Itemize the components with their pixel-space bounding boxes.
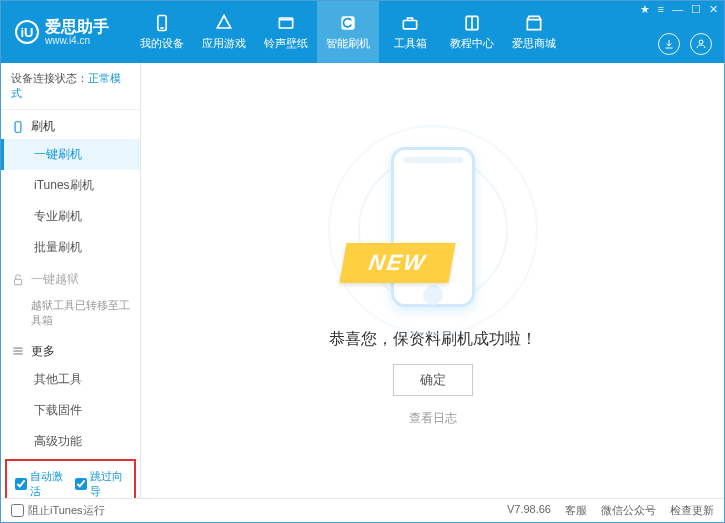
nav-my-device[interactable]: 我的设备 [131,1,193,63]
svg-rect-9 [15,279,22,284]
nav-label: 智能刷机 [326,36,370,51]
skip-guide-checkbox[interactable]: 跳过向导 [75,469,127,498]
sidebar-item-advanced[interactable]: 高级功能 [1,426,140,457]
main-nav: 我的设备 应用游戏 铃声壁纸 智能刷机 工具箱 教程中心 [131,1,565,63]
download-button[interactable] [658,33,680,55]
app-url: www.i4.cn [45,35,109,46]
section-label: 刷机 [31,118,55,135]
sidebar-section-jailbreak[interactable]: 一键越狱 [1,263,140,292]
lock-icon [11,273,25,287]
sidebar-item-batch-flash[interactable]: 批量刷机 [1,232,140,263]
header-right-buttons [658,33,712,55]
sidebar-item-pro-flash[interactable]: 专业刷机 [1,201,140,232]
logo-icon: iU [15,20,39,44]
section-label: 一键越狱 [31,271,79,288]
app-name: 爱思助手 [45,18,109,36]
apps-icon [214,13,234,33]
flash-options: 自动激活 跳过向导 [5,459,136,498]
auto-activate-checkbox[interactable]: 自动激活 [15,469,67,498]
phone-icon [11,120,25,134]
sidebar-item-download-firmware[interactable]: 下载固件 [1,395,140,426]
sidebar-item-itunes-flash[interactable]: iTunes刷机 [1,170,140,201]
close-button[interactable]: ✕ [709,3,718,16]
checkbox-label: 跳过向导 [90,469,127,498]
menu-icon [11,344,25,358]
section-label: 更多 [31,343,55,360]
support-link[interactable]: 客服 [565,503,587,518]
block-itunes-input[interactable] [11,504,24,517]
sidebar-item-oneclick-flash[interactable]: 一键刷机 [1,139,140,170]
window-controls: ★ ≡ — ☐ ✕ [640,3,718,16]
sidebar: 设备连接状态：正常模式 刷机 一键刷机 iTunes刷机 专业刷机 批量刷机 一… [1,63,141,498]
nav-label: 铃声壁纸 [264,36,308,51]
nav-label: 教程中心 [450,36,494,51]
user-button[interactable] [690,33,712,55]
checkbox-label: 阻止iTunes运行 [28,503,105,518]
body: 设备连接状态：正常模式 刷机 一键刷机 iTunes刷机 专业刷机 批量刷机 一… [1,63,724,498]
minimize-button[interactable]: — [672,3,683,16]
logo-text-group: 爱思助手 www.i4.cn [45,18,109,47]
favorite-button[interactable]: ★ [640,3,650,16]
ok-button[interactable]: 确定 [393,364,473,396]
sidebar-section-flash[interactable]: 刷机 [1,110,140,139]
phone-icon [152,13,172,33]
toolbox-icon [400,13,420,33]
nav-label: 我的设备 [140,36,184,51]
footer: 阻止iTunes运行 V7.98.66 客服 微信公众号 检查更新 [1,498,724,522]
view-log-link[interactable]: 查看日志 [409,410,457,427]
menu-button[interactable]: ≡ [658,3,664,16]
nav-label: 应用游戏 [202,36,246,51]
download-icon [663,38,675,50]
check-update-link[interactable]: 检查更新 [670,503,714,518]
app-window: iU 爱思助手 www.i4.cn 我的设备 应用游戏 铃声壁纸 智能刷机 [0,0,725,523]
auto-activate-input[interactable] [15,478,27,490]
nav-tutorial-center[interactable]: 教程中心 [441,1,503,63]
phone-home [423,285,443,305]
nav-toolbox[interactable]: 工具箱 [379,1,441,63]
checkbox-label: 自动激活 [30,469,67,498]
book-icon [462,13,482,33]
wechat-link[interactable]: 微信公众号 [601,503,656,518]
new-banner: NEW [339,243,455,283]
header: iU 爱思助手 www.i4.cn 我的设备 应用游戏 铃声壁纸 智能刷机 [1,1,724,63]
device-state-bar: 设备连接状态：正常模式 [1,63,140,110]
svg-rect-8 [15,121,21,132]
nav-ringtone-wallpaper[interactable]: 铃声壁纸 [255,1,317,63]
block-itunes-checkbox[interactable]: 阻止iTunes运行 [11,503,105,518]
phone-notch [403,157,463,163]
sidebar-section-more[interactable]: 更多 [1,335,140,364]
nav-label: 工具箱 [394,36,427,51]
jailbreak-note: 越狱工具已转移至工具箱 [1,292,140,335]
skip-guide-input[interactable] [75,478,87,490]
maximize-button[interactable]: ☐ [691,3,701,16]
sidebar-item-other-tools[interactable]: 其他工具 [1,364,140,395]
flash-icon [338,13,358,33]
nav-apps-games[interactable]: 应用游戏 [193,1,255,63]
version-label: V7.98.66 [507,503,551,518]
svg-rect-4 [403,21,416,29]
svg-point-7 [699,40,703,44]
nav-label: 爱思商城 [512,36,556,51]
illustration: NEW [313,135,553,315]
state-label: 设备连接状态： [11,72,88,84]
nav-smart-flash[interactable]: 智能刷机 [317,1,379,63]
footer-right: V7.98.66 客服 微信公众号 检查更新 [507,503,714,518]
nav-store[interactable]: 爱思商城 [503,1,565,63]
store-icon [524,13,544,33]
user-icon [695,38,707,50]
main-content: NEW 恭喜您，保资料刷机成功啦！ 确定 查看日志 [141,63,724,498]
logo-area: iU 爱思助手 www.i4.cn [1,1,123,63]
folder-icon [276,13,296,33]
